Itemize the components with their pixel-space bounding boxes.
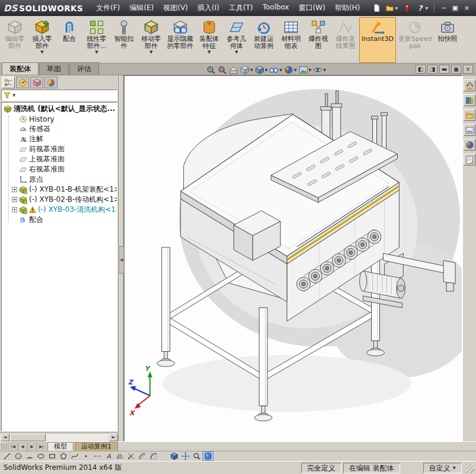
- view-tool-button[interactable]: ▼: [240, 65, 253, 75]
- task-pane-button[interactable]: [464, 109, 475, 121]
- command-button[interactable]: 拍快照 ▼: [434, 17, 461, 63]
- view-tool-button[interactable]: ▼: [229, 65, 238, 75]
- sketch-tool-button[interactable]: [13, 451, 24, 461]
- sketch-tool-button[interactable]: [24, 451, 35, 461]
- tree-item[interactable]: 前视基准面: [2, 144, 117, 154]
- tree-item[interactable]: History: [2, 114, 117, 124]
- document-window-button[interactable]: ▣: [451, 65, 461, 74]
- resize-grip[interactable]: [466, 463, 474, 473]
- dropdown-caret-icon[interactable]: ▼: [95, 50, 98, 55]
- sketch-tool-button[interactable]: [92, 451, 103, 461]
- cad-model[interactable]: [124, 76, 462, 441]
- sketch-tool-button[interactable]: [169, 451, 180, 461]
- tree-item[interactable]: 原点: [2, 174, 117, 184]
- tab-bar-grip[interactable]: [1, 443, 7, 450]
- command-button[interactable]: 编辑零部件 ▼: [1, 17, 28, 63]
- command-button[interactable]: 显示隐藏的零部件 ▼: [165, 17, 196, 63]
- task-pane-button[interactable]: [464, 94, 475, 106]
- view-tool-button[interactable]: ▼: [255, 65, 268, 75]
- sketch-tool-button[interactable]: [69, 451, 80, 461]
- sketch-tool-button[interactable]: [114, 451, 125, 461]
- menu-item[interactable]: 编辑(E): [125, 1, 159, 15]
- filter-caret-icon[interactable]: ▼: [12, 93, 15, 98]
- scrollbar-thumb[interactable]: [10, 434, 46, 441]
- command-button[interactable]: 移动零部件 ▼: [138, 17, 165, 63]
- tree-item[interactable]: + (-) XYB-02-B-传动机构<1>: [2, 195, 117, 205]
- manager-tab[interactable]: [30, 77, 43, 88]
- menu-item[interactable]: Toolbox: [258, 1, 294, 15]
- scroll-left-button[interactable]: ◄: [1, 434, 9, 441]
- manager-tab[interactable]: [16, 77, 29, 88]
- task-pane-button[interactable]: [464, 154, 475, 166]
- sketch-tool-button[interactable]: [58, 451, 69, 461]
- document-window-button[interactable]: ◨: [427, 65, 437, 74]
- sketch-tool-button[interactable]: [180, 451, 191, 461]
- manager-tab[interactable]: [2, 77, 15, 88]
- command-button[interactable]: 插入零部件 ▼: [28, 17, 56, 63]
- panel-horizontal-scrollbar[interactable]: ◄ ►: [0, 432, 119, 441]
- menu-item[interactable]: 视图(V): [158, 1, 193, 15]
- sketch-tool-button[interactable]: [191, 451, 202, 461]
- command-button[interactable]: 爆炸直线草图 ▼: [332, 17, 359, 63]
- tree-item[interactable]: 上视基准面: [2, 154, 117, 164]
- tab-scroll-button[interactable]: ▶|: [37, 443, 46, 451]
- document-window-button[interactable]: ◧: [416, 65, 426, 74]
- view-tool-button[interactable]: ▼: [313, 65, 326, 75]
- tree-expander[interactable]: +: [12, 197, 17, 202]
- command-button[interactable]: 装配体特征 ▼: [196, 17, 223, 63]
- dropdown-caret-icon[interactable]: ▼: [235, 50, 238, 55]
- tree-item[interactable]: 右视基准面: [2, 164, 117, 174]
- menu-item[interactable]: 工具(T): [224, 1, 258, 15]
- command-button[interactable]: Instant3D ▼: [359, 17, 396, 63]
- titlebar-button[interactable]: ▼: [385, 3, 399, 13]
- window-control-button[interactable]: ▣: [449, 3, 461, 14]
- tree-expander[interactable]: +: [12, 187, 17, 192]
- sketch-tool-button[interactable]: [148, 451, 159, 461]
- menu-item[interactable]: 文件(F): [91, 1, 124, 15]
- command-button[interactable]: 智能扣件 ▼: [110, 17, 138, 63]
- document-window-button[interactable]: ▬: [439, 65, 449, 74]
- tree-item[interactable]: 传感器: [2, 124, 117, 134]
- tree-root-item[interactable]: 清洗机 (默认<默认_显示状态...: [2, 104, 117, 114]
- document-window-button[interactable]: ×: [463, 65, 473, 74]
- bottom-tab[interactable]: 模型: [47, 442, 74, 451]
- dropdown-caret-icon[interactable]: ▼: [40, 50, 43, 55]
- dropdown-caret-icon[interactable]: ▼: [207, 50, 210, 55]
- command-button[interactable]: 更新Speedpak ▼: [396, 17, 434, 63]
- sketch-tool-button[interactable]: [137, 451, 148, 461]
- view-tool-button[interactable]: ▼: [218, 65, 227, 75]
- panel-splitter[interactable]: ◀: [119, 75, 124, 441]
- tree-filter[interactable]: ▼: [1, 90, 117, 101]
- command-button[interactable]: 材料明细表 ▼: [277, 17, 305, 63]
- task-pane-button[interactable]: [464, 139, 475, 151]
- view-tool-button[interactable]: ▼: [284, 65, 297, 75]
- titlebar-button[interactable]: ▼: [402, 3, 412, 13]
- sketch-tool-button[interactable]: [36, 451, 46, 461]
- filter-input[interactable]: [17, 90, 116, 100]
- ribbon-tab[interactable]: 评估: [69, 62, 99, 75]
- sketch-tool-button[interactable]: A: [103, 451, 114, 461]
- menu-item[interactable]: 窗口(W): [294, 1, 330, 15]
- dropdown-caret-icon[interactable]: ▼: [149, 50, 152, 55]
- ribbon-tab[interactable]: 草图: [39, 62, 69, 75]
- sketch-tool-button[interactable]: [126, 451, 136, 461]
- command-button[interactable]: 线性零部件... ▼: [83, 17, 110, 63]
- sketch-tool-button[interactable]: [203, 451, 213, 461]
- menu-item[interactable]: 帮助(H): [330, 1, 365, 15]
- tree-item[interactable]: + (-) XYB-01-B-机架装配<1>: [2, 184, 117, 195]
- sketch-tool-button[interactable]: [47, 451, 57, 461]
- menu-item[interactable]: 插入(I): [193, 1, 224, 15]
- tab-scroll-button[interactable]: ▶: [27, 443, 37, 451]
- bottom-tab[interactable]: 运动算例1: [75, 442, 118, 451]
- task-pane-button[interactable]: [464, 124, 475, 136]
- task-pane-button[interactable]: [464, 79, 475, 91]
- command-button[interactable]: 爆炸视图 ▼: [305, 17, 332, 63]
- scrollbar-track[interactable]: [10, 434, 108, 441]
- window-control-button[interactable]: ─: [439, 3, 449, 14]
- view-tool-button[interactable]: ▼: [269, 65, 282, 75]
- tree-item[interactable]: + (-) XYB-03-清洗机构<1>: [2, 205, 117, 215]
- view-tool-button[interactable]: ▼: [206, 65, 216, 75]
- window-control-button[interactable]: ×: [461, 3, 472, 14]
- command-button[interactable]: 配合 ▼: [56, 17, 83, 63]
- titlebar-button[interactable]: ?▼: [415, 3, 429, 13]
